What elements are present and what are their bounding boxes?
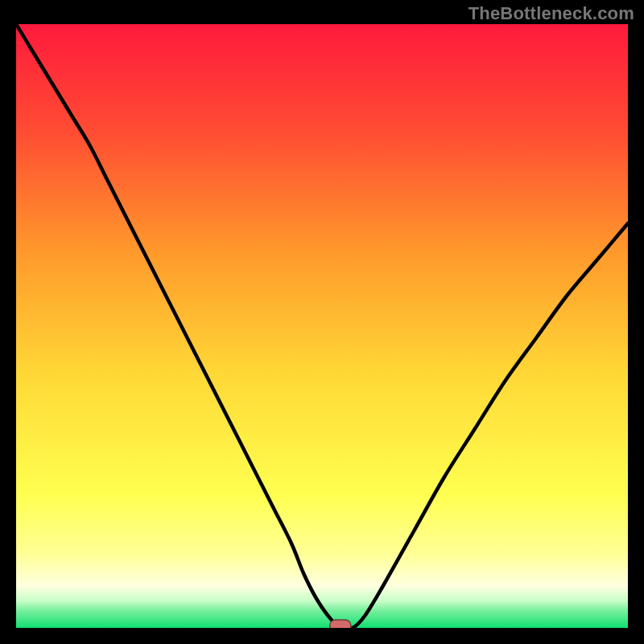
plot-svg xyxy=(16,24,628,628)
chart-frame: TheBottleneck.com xyxy=(0,0,644,644)
watermark-label: TheBottleneck.com xyxy=(469,3,634,24)
optimum-marker xyxy=(330,620,351,628)
plot-background xyxy=(16,24,628,628)
bottleneck-plot xyxy=(16,24,628,628)
